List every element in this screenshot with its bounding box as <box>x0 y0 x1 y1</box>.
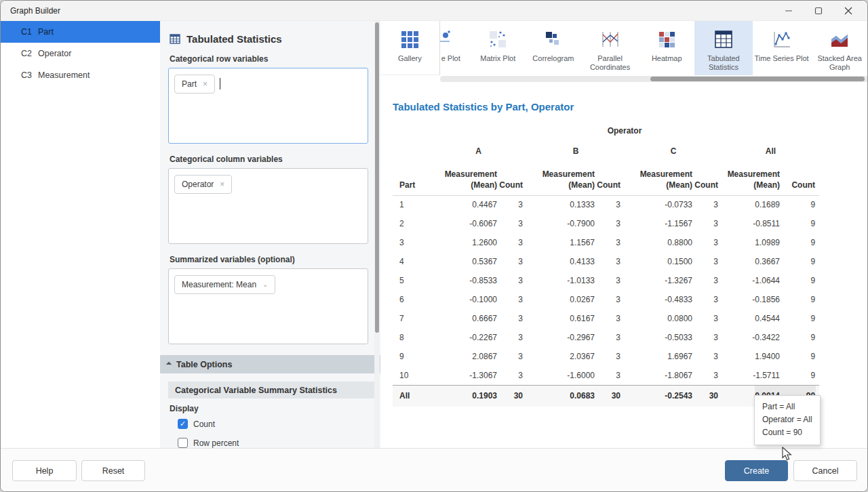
column-id: C2 <box>1 49 38 58</box>
gallery-item-parallel-coordinates[interactable]: Parallel Coordinates <box>581 21 639 75</box>
mean-cell: 0.5367 <box>430 252 497 271</box>
part-cell: 4 <box>393 252 430 271</box>
variable-chip-operator[interactable]: Operator × <box>174 175 232 194</box>
dialog-footer: Help Reset Create Cancel <box>1 448 867 492</box>
cancel-button[interactable]: Cancel <box>793 460 857 481</box>
table-row: 31.260031.156730.880031.09899 <box>393 233 819 252</box>
mean-cell: 0.6167 <box>527 309 595 328</box>
checkbox-label: Row percent <box>193 438 239 448</box>
table-row: 8-0.22673-0.29673-0.50333-0.34229 <box>393 328 819 347</box>
count-cell: 9 <box>780 271 819 290</box>
gallery-item-correlogram[interactable]: Correlogram <box>526 21 581 75</box>
gallery-item-label: Stacked Area Graph <box>810 54 868 72</box>
checked-checkbox[interactable]: ✓ <box>178 419 188 429</box>
display-label: Display <box>170 404 368 413</box>
group-header-a: A <box>430 140 527 160</box>
column-name: Measurement <box>38 70 90 80</box>
report-title: Tabulated Statistics by Part, Operator <box>393 101 868 112</box>
gallery-item-matrix-plot[interactable]: Matrix Plot <box>470 21 526 75</box>
checkbox-row-count[interactable]: ✓Count <box>178 419 368 429</box>
column-variables-field[interactable]: Operator × <box>168 168 368 244</box>
count-cell: 3 <box>692 328 722 347</box>
gallery-item-stacked-area-graph[interactable]: Stacked Area Graph <box>810 21 868 75</box>
sidebar-item-operator[interactable]: C2Operator <box>1 43 160 64</box>
panel-header: Tabulated Statistics <box>170 33 368 45</box>
tooltip-line: Count = 90 <box>762 426 812 439</box>
help-button[interactable]: Help <box>12 460 77 481</box>
part-cell: 9 <box>393 347 430 366</box>
count-cell: 3 <box>497 195 527 214</box>
sidebar-item-part[interactable]: C1Part <box>1 21 160 43</box>
count-cell: 9 <box>780 214 819 233</box>
count-cell: 3 <box>595 214 625 233</box>
mean-cell: -0.2967 <box>527 328 595 347</box>
count-cell: 9 <box>780 195 819 214</box>
table-options-header[interactable]: Table Options <box>160 355 380 373</box>
panel-scrollbar[interactable] <box>374 21 380 448</box>
count-cell: 3 <box>692 309 722 328</box>
count-cell: 3 <box>497 328 527 347</box>
correlogram-icon <box>544 29 563 49</box>
create-button[interactable]: Create <box>725 460 788 481</box>
close-button[interactable] <box>833 1 863 20</box>
unchecked-checkbox[interactable] <box>178 438 188 448</box>
statistics-table-wrap: OperatorABCAllPartMeasurement(Mean) Coun… <box>393 122 819 407</box>
maximize-button[interactable] <box>804 1 833 20</box>
maximize-icon <box>814 7 823 15</box>
count-cell: 3 <box>497 347 527 366</box>
mean-cell: 0.4467 <box>430 195 497 214</box>
part-column-header: Part <box>393 160 430 195</box>
gallery-item-label: Tabulated Statistics <box>694 54 753 72</box>
count-cell: 3 <box>595 233 625 252</box>
table-row: 92.086732.036731.696731.94009 <box>393 347 819 366</box>
measurement-mean-header: Measurement(Mean) <box>527 160 595 195</box>
report-area: Tabulated Statistics by Part, Operator O… <box>380 83 868 448</box>
mean-cell: 1.2600 <box>430 233 497 252</box>
sidebar-item-measurement[interactable]: C3Measurement <box>1 64 160 86</box>
gallery-scrollbar[interactable] <box>440 76 868 82</box>
gallery-item-label: Gallery <box>380 54 439 63</box>
mean-cell: -0.2267 <box>430 328 497 347</box>
minimize-button[interactable] <box>774 1 804 20</box>
gallery-item-label: Matrix Plot <box>470 54 526 63</box>
reset-button[interactable]: Reset <box>81 460 145 481</box>
gallery-item-e-plot[interactable]: e Plot <box>440 21 471 75</box>
chevron-down-icon[interactable]: ⌄ <box>262 281 268 288</box>
count-cell: 3 <box>595 366 625 385</box>
column-id: C3 <box>1 70 38 80</box>
variable-chip-measurement-mean[interactable]: Measurement: Mean ⌄ <box>174 275 275 294</box>
mean-cell: 2.0867 <box>430 347 497 366</box>
mean-cell: 1.1567 <box>527 233 595 252</box>
gallery-item-label: Time Series Plot <box>753 54 811 63</box>
chip-remove-icon[interactable]: × <box>220 180 224 188</box>
summarized-variables-field[interactable]: Measurement: Mean ⌄ <box>168 268 368 344</box>
table-row: 40.536730.413330.150030.36679 <box>393 252 819 271</box>
chip-remove-icon[interactable]: × <box>203 80 208 88</box>
gallery-scrollbar-thumb[interactable] <box>650 77 865 81</box>
time-series-plot-icon <box>772 29 792 49</box>
variable-chip-part[interactable]: Part × <box>174 75 215 94</box>
gallery-item-heatmap[interactable]: Heatmap <box>639 21 694 75</box>
mean-cell: -1.8067 <box>625 366 692 385</box>
column-id: C1 <box>1 27 38 37</box>
panel-scrollbar-thumb[interactable] <box>375 22 379 333</box>
row-variables-field[interactable]: Part × <box>168 68 368 144</box>
mean-cell: -0.2543 <box>625 385 692 407</box>
part-cell: 8 <box>393 328 430 347</box>
count-cell: 30 <box>595 385 625 407</box>
table-row: 5-0.85333-1.01333-1.32673-1.06449 <box>393 271 819 290</box>
mean-cell: 1.6967 <box>625 347 692 366</box>
gallery-item-label: Parallel Coordinates <box>581 54 639 72</box>
mean-cell: -0.7900 <box>527 214 595 233</box>
gallery-item-gallery[interactable]: Gallery <box>380 21 440 75</box>
close-icon <box>844 7 852 15</box>
count-cell: 3 <box>497 233 527 252</box>
count-cell: 3 <box>692 290 722 309</box>
chip-label: Part <box>182 79 197 89</box>
checkbox-row-row-percent[interactable]: Row percent <box>178 438 368 448</box>
corner-cell <box>393 122 430 140</box>
gallery-item-time-series-plot[interactable]: Time Series Plot <box>753 21 811 75</box>
preview-pane: Gallerye PlotMatrix PlotCorrelogramParal… <box>380 21 868 448</box>
count-header: Count <box>497 160 527 195</box>
gallery-item-tabulated-statistics[interactable]: Tabulated Statistics <box>694 21 753 75</box>
